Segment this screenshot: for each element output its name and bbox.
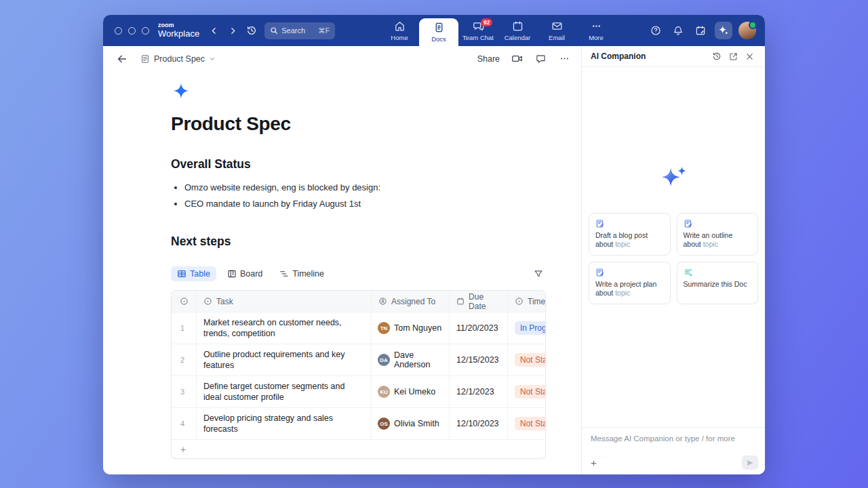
tab-team-chat[interactable]: 92 Team Chat [458,15,498,46]
column-header-due[interactable]: Due Date [469,292,500,311]
notifications-button[interactable] [670,23,686,38]
ai-open-external-button[interactable] [726,49,740,63]
tab-more[interactable]: More [576,15,616,46]
status-cell[interactable]: Not Started [507,408,546,439]
more-icon [591,20,602,32]
table-row[interactable]: 1 Market research on customer needs, tre… [172,312,545,344]
assignee-cell[interactable]: DA Dave Anderson [371,344,449,375]
ai-card-summarize[interactable]: Summarize this Doc [677,262,759,304]
task-cell[interactable]: Develop pricing strategy and sales forec… [196,408,371,439]
document-header: Product Spec Share [103,46,581,71]
ai-companion-logo [658,164,689,195]
ai-message-input[interactable]: Message AI Companion or type / for more … [582,428,765,474]
ai-card-project-plan[interactable]: Write a project plan about topic [589,262,671,304]
comment-icon [536,54,546,64]
due-date-cell[interactable]: 12/1/2023 [449,376,507,407]
view-tab-board[interactable]: Board [221,266,269,281]
status-cell[interactable]: In Progress [507,312,546,344]
top-navbar: zoom Workplace Search ⌘F Home [103,15,765,46]
ai-companion-button[interactable] [715,22,732,39]
assignee-cell[interactable]: TN Tom Nguyen [371,312,449,344]
circle-dot-icon [515,297,524,306]
nav-forward-button[interactable] [225,23,240,38]
task-cell[interactable]: Market research on customer needs, trend… [196,312,371,344]
search-input[interactable]: Search ⌘F [264,22,335,39]
filter-button[interactable] [531,266,546,281]
docs-icon [433,22,445,33]
breadcrumb-title: Product Spec [154,54,205,64]
search-icon [270,26,278,35]
ai-card-blog-post[interactable]: Draft a blog post about topic [589,213,671,256]
email-icon [551,20,563,32]
status-badge: Not Started [515,385,546,399]
clock-history-icon [246,25,257,36]
table-row[interactable]: 4 Develop pricing strategy and sales for… [172,407,545,439]
back-button[interactable] [113,50,131,68]
ai-input-placeholder: Message AI Companion or type / for more [591,434,756,443]
tab-home[interactable]: Home [380,15,419,46]
table-row[interactable]: 3 Define target customer segments and id… [172,375,545,407]
status-cell[interactable]: Not Started [507,376,546,407]
unread-badge: 92 [481,18,492,26]
breadcrumb[interactable]: Product Spec [140,54,216,64]
task-cell[interactable]: Define target customer segments and idea… [196,376,371,407]
user-avatar[interactable] [738,22,756,39]
doc-more-button[interactable] [557,52,571,66]
send-icon [746,459,754,467]
app-window: zoom Workplace Search ⌘F Home [103,15,765,474]
column-header-task[interactable]: Task [216,297,233,306]
window-zoom-icon[interactable] [142,27,149,35]
view-tab-timeline[interactable]: Timeline [273,266,330,281]
add-row-button[interactable]: + [172,439,545,458]
tab-email[interactable]: Email [537,15,576,46]
document-area: Product Spec Share [103,46,582,474]
video-camera-icon [511,53,523,64]
assignee-cell[interactable]: OS Olivia Smith [371,408,449,439]
help-button[interactable] [648,23,664,38]
calendar-icon [456,297,465,306]
assignee-avatar: TN [378,322,390,334]
share-button[interactable]: Share [477,54,500,64]
nav-back-button[interactable] [206,23,221,38]
history-button[interactable] [244,23,259,38]
tab-docs[interactable]: Docs [419,18,458,46]
doc-sparkle-icon [171,82,191,102]
timeline-view-icon [279,269,289,279]
ai-send-button[interactable] [742,455,758,470]
status-cell[interactable]: Not Started [507,344,546,375]
window-close-icon[interactable] [115,27,122,35]
assignee-cell[interactable]: KU Kei Umeko [371,376,449,407]
due-date-cell[interactable]: 12/10/2023 [449,408,507,439]
status-badge: Not Started [515,353,546,367]
zoom-workplace-logo: zoom Workplace [158,22,199,38]
schedule-panel-button[interactable] [692,23,709,38]
document-body[interactable]: Product Spec Overall Status Omzo website… [103,71,581,474]
open-external-icon [729,52,738,61]
heading-overall-status: Overall Status [171,157,546,171]
bullet-item: CEO mandate to launch by Friday August 1… [184,196,546,212]
status-badge: In Progress [515,321,546,335]
ai-card-outline[interactable]: Write an outline about topic [677,213,759,256]
ai-attach-button[interactable]: + [591,457,597,468]
comments-button[interactable] [534,52,547,66]
column-header-assigned[interactable]: Assigned To [391,297,435,306]
close-icon [745,52,754,61]
column-header-time[interactable]: Time [528,297,545,306]
tab-calendar[interactable]: Calendar [498,15,537,46]
ai-history-button[interactable] [710,49,724,63]
ai-close-button[interactable] [743,49,756,63]
view-tab-table[interactable]: Table [171,266,216,281]
table-row[interactable]: 2 Outline product requirements and key f… [172,344,545,375]
table-view-icon [177,269,186,279]
ai-panel-body: Draft a blog post about topic Write an o… [582,67,765,428]
due-date-cell[interactable]: 12/15/2023 [449,344,507,375]
due-date-cell[interactable]: 11/20/2023 [449,312,507,344]
ellipsis-icon [559,54,570,64]
video-call-button[interactable] [510,52,524,66]
draft-doc-icon [595,219,605,228]
board-view-icon [227,269,237,279]
window-controls[interactable] [103,27,149,35]
window-minimize-icon[interactable] [128,27,136,35]
task-cell[interactable]: Outline product requirements and key fea… [196,344,371,375]
draft-doc-icon [595,268,605,277]
